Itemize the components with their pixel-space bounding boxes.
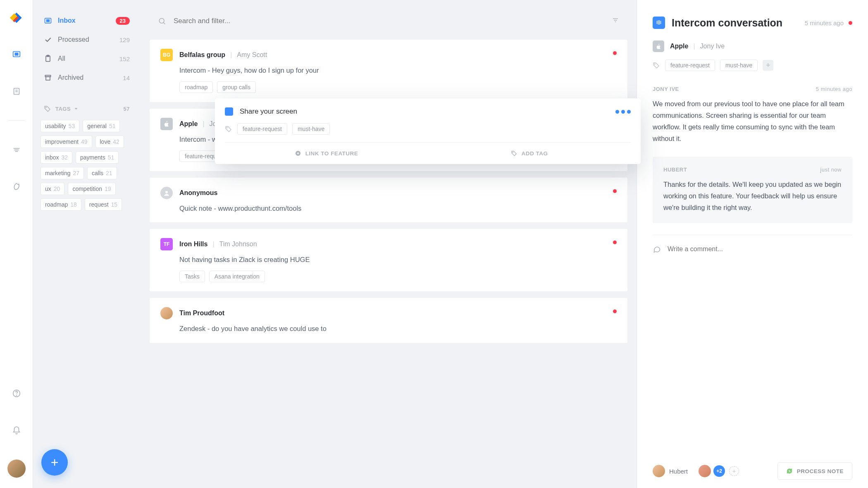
feed-column: BG Belfalas group |Amy Scott Intercom - … [141, 0, 637, 488]
card-person: Amy Scott [237, 51, 267, 59]
footer-avatar-2[interactable] [699, 465, 711, 477]
svg-rect-32 [661, 21, 661, 24]
action-label: ADD TAG [522, 150, 548, 157]
nav-archived[interactable]: Archived 14 [39, 69, 135, 86]
comment-input[interactable] [668, 245, 852, 253]
nav-badge: 23 [116, 17, 130, 25]
unread-dot [613, 189, 617, 193]
rail-divider [8, 120, 25, 121]
nav-count: 129 [119, 36, 130, 43]
tags-label: TAGS [55, 106, 71, 112]
popover-tag[interactable]: feature-request [237, 123, 287, 135]
sidebar-tag[interactable]: inbox32 [41, 151, 72, 164]
sidebar-tag[interactable]: marketing27 [41, 167, 84, 179]
detail-tag[interactable]: feature-request [665, 60, 715, 71]
card-avatar [160, 118, 173, 130]
feed-card[interactable]: Tim Proudfoot Zendesk - do you have anal… [150, 298, 627, 343]
svg-point-12 [16, 395, 17, 395]
detail-panel: Intercom conversation 5 minutes ago Appl… [637, 0, 868, 488]
sidebar-tag[interactable]: love42 [95, 136, 124, 148]
card-tag[interactable]: Asana integration [209, 271, 265, 282]
search-bar [150, 12, 627, 30]
detail-time: 5 minutes ago [805, 19, 844, 26]
feature-popover: Share your screen feature-request must-h… [215, 98, 641, 164]
fab-add-button[interactable]: + [41, 449, 68, 476]
app-logo[interactable] [9, 10, 24, 25]
card-avatar [160, 307, 173, 319]
msg-time: 5 minutes ago [816, 86, 852, 92]
card-body: Not having tasks in Zlack is creating HU… [179, 255, 617, 265]
intercom-icon [653, 17, 665, 29]
feed-card[interactable]: TF Iron Hills |Tim Johnson Not having ta… [150, 229, 627, 291]
card-body: Zendesk - do you have analytics we could… [179, 324, 617, 334]
chevron-down-icon [72, 105, 80, 112]
card-tag[interactable]: Tasks [179, 271, 205, 282]
rail-user-avatar[interactable] [7, 459, 26, 478]
add-person-button[interactable]: + [729, 466, 739, 476]
card-company: Anonymous [179, 189, 217, 197]
card-company: Belfalas group [179, 51, 225, 59]
filter-icon [612, 17, 619, 24]
svg-rect-29 [657, 21, 658, 24]
feed-card[interactable]: BG Belfalas group |Amy Scott Intercom - … [150, 40, 627, 102]
detail-footer: Hubert +2 + PROCESS NOTE [653, 462, 852, 480]
card-tag[interactable]: roadmap [179, 81, 213, 93]
link-to-feature-button[interactable]: LINK TO FEATURE [225, 143, 428, 164]
sidebar-tag[interactable]: general51 [83, 120, 120, 132]
svg-rect-4 [15, 53, 18, 55]
svg-rect-31 [659, 20, 660, 25]
nav-label: Archived [58, 74, 83, 81]
msg-author: JONY IVE [653, 86, 679, 92]
popover-more-icon[interactable] [615, 110, 631, 114]
search-input[interactable] [174, 17, 612, 25]
nav-count: 14 [123, 74, 130, 81]
sidebar-tag[interactable]: payments51 [76, 151, 119, 164]
rail-list[interactable] [8, 141, 25, 158]
nav-all[interactable]: All 152 [39, 50, 135, 67]
svg-rect-14 [47, 20, 50, 22]
archive-icon [44, 74, 52, 82]
svg-point-26 [227, 127, 228, 128]
tags-list: usability53general51improvement49love42i… [39, 117, 135, 214]
nav-label: All [58, 55, 65, 62]
nav-inbox[interactable]: Inbox 23 [39, 12, 135, 29]
sidebar-tag[interactable]: request15 [85, 198, 122, 211]
footer-avatar[interactable] [653, 465, 665, 477]
sidebar-tag[interactable]: competition19 [68, 183, 115, 195]
tag-icon [653, 62, 660, 69]
feed-card[interactable]: Anonymous Quick note - www.producthunt.c… [150, 178, 627, 223]
sidebar-tag[interactable]: usability53 [41, 120, 79, 132]
add-tag-square[interactable]: + [763, 60, 773, 71]
tags-header[interactable]: TAGS 57 [39, 101, 135, 117]
unread-dot [613, 51, 617, 55]
card-avatar [160, 187, 173, 199]
filter-button[interactable] [612, 17, 619, 26]
svg-line-21 [163, 22, 165, 24]
nav-processed[interactable]: Processed 129 [39, 31, 135, 48]
svg-rect-18 [46, 77, 50, 80]
popover-color-icon [225, 107, 233, 116]
msg-body: Thanks for the details. We'll keep you u… [663, 179, 842, 213]
rail-leaf[interactable] [8, 179, 25, 195]
sidebar-tag[interactable]: improvement49 [41, 136, 92, 148]
card-tag[interactable]: group calls [217, 81, 256, 93]
card-company: Apple [179, 120, 198, 128]
process-note-button[interactable]: PROCESS NOTE [777, 462, 852, 480]
rail-notes[interactable] [8, 83, 25, 100]
more-people-badge[interactable]: +2 [713, 465, 725, 477]
detail-tag[interactable]: must-have [720, 60, 758, 71]
apple-icon [656, 43, 662, 50]
unread-dot [849, 21, 852, 25]
rail-inbox[interactable] [8, 46, 25, 62]
sidebar-tag[interactable]: ux20 [41, 183, 64, 195]
rail-help[interactable] [8, 385, 25, 402]
tags-count: 57 [124, 106, 130, 112]
sidebar-tag[interactable]: roadmap18 [41, 198, 81, 211]
svg-point-33 [655, 64, 656, 64]
add-tag-button[interactable]: ADD TAG [428, 143, 631, 164]
popover-tag[interactable]: must-have [292, 123, 330, 135]
sidebar-tag[interactable]: calls21 [87, 167, 117, 179]
footer-name: Hubert [669, 468, 688, 475]
rail-notifications[interactable] [8, 422, 25, 439]
msg-author: HUBERT [663, 167, 687, 173]
